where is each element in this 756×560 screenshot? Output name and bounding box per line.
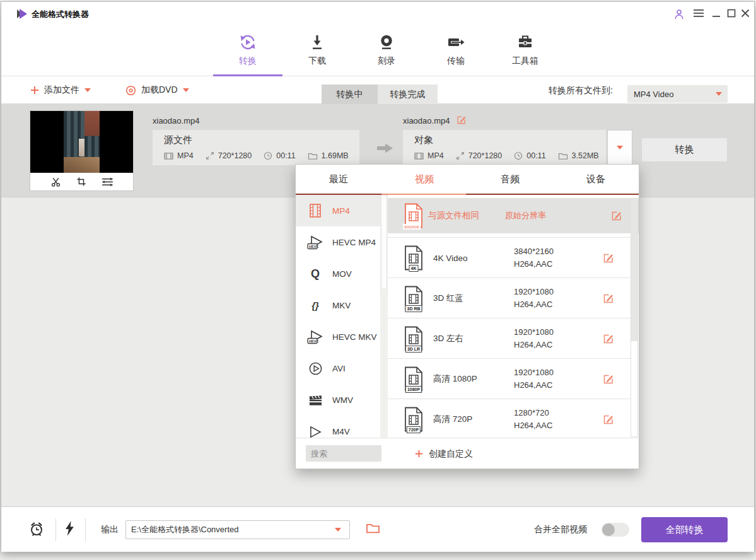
chevron-down-icon (183, 88, 189, 92)
source-panel: 源文件 MP4 720*1280 00:11 1.69MB (153, 130, 359, 165)
popup-tab-recent[interactable]: 最近 (296, 165, 381, 194)
tab-convert[interactable]: 转换 (213, 31, 282, 67)
preset-3d-red-blue[interactable]: 3D RB 3D 红蓝 1920*1080H264,AAC (388, 277, 631, 318)
open-folder-icon[interactable] (366, 522, 380, 534)
edit-preset-icon[interactable] (611, 210, 622, 221)
format-item-mkv[interactable]: {} MKV (296, 289, 388, 321)
toolbox-icon (491, 31, 560, 51)
clapperboard-icon (306, 392, 324, 407)
preset-same-as-source[interactable]: source 与源文件相同 原始分辨率 (388, 198, 639, 233)
disc-icon (125, 85, 136, 96)
convert-all-to-label: 转换所有文件到: (549, 85, 613, 96)
tab-transfer[interactable]: 传输 (421, 31, 491, 67)
plus-icon (30, 86, 39, 95)
menu-icon[interactable] (694, 9, 704, 18)
chevron-down-icon (335, 528, 341, 532)
video-doc-icon: 1080P (403, 366, 424, 392)
maximize-icon[interactable] (727, 9, 736, 18)
clock-icon (264, 151, 272, 160)
popup-footer: 创建自定义 (296, 438, 639, 469)
preset-3d-left-right[interactable]: 3D LR 3D 左右 1920*1080H264,AAC (388, 318, 631, 358)
tab-download[interactable]: 下载 (282, 31, 352, 67)
tab-converting[interactable]: 转换中 (322, 85, 378, 104)
filmstrip-icon (306, 203, 324, 218)
format-item-mp4[interactable]: MP4 (296, 195, 388, 226)
format-item-wmv[interactable]: WMV (296, 384, 388, 416)
app-title: 全能格式转换器 (32, 9, 89, 20)
arrow-right-icon (377, 143, 393, 154)
target-panel: 对象 MP4 720*1280 00:11 3.52MB (403, 130, 606, 165)
popup-tab-device[interactable]: 设备 (553, 165, 639, 194)
high-speed-icon[interactable] (65, 521, 74, 536)
film-icon (414, 152, 424, 160)
video-doc-icon: 3D RB (403, 286, 424, 311)
format-item-hevc-mp4[interactable]: HEVC MP4 (296, 226, 388, 258)
thumbnail-image (30, 111, 133, 173)
video-thumbnail (30, 110, 134, 191)
output-label: 输出 (101, 524, 119, 535)
chevron-down-icon (716, 92, 722, 96)
effects-sliders-icon[interactable] (102, 177, 113, 187)
source-doc-icon: source (403, 203, 424, 228)
edit-preset-icon[interactable] (603, 414, 614, 425)
download-icon (282, 31, 352, 51)
circle-play-icon (306, 361, 324, 376)
minimize-icon[interactable] (712, 9, 721, 18)
bottom-bar: 输出 合并全部视频 全部转换 (1, 506, 754, 552)
preset-hd-720p[interactable]: 720P 高清 720P 1280*720H264,AAC (388, 399, 631, 439)
app-logo-icon (16, 8, 29, 20)
tab-finished[interactable]: 转换完成 (378, 85, 438, 104)
rename-edit-icon[interactable] (457, 115, 467, 125)
preset-hd-1080p[interactable]: 1080P 高清 1080P 1920*1080H264,AAC (388, 358, 631, 399)
target-panel-title: 对象 (414, 134, 433, 146)
output-path-select[interactable] (125, 520, 350, 539)
crop-icon[interactable] (76, 177, 86, 187)
target-resolution: 720*1280 (468, 151, 503, 160)
preset-4k-video[interactable]: 4K 4K Video 3840*2160H264,AAC (388, 237, 631, 277)
popup-tab-audio[interactable]: 音频 (467, 165, 553, 194)
convert-all-format-select[interactable]: MP4 Video (627, 85, 728, 103)
convert-button[interactable]: 转换 (641, 137, 728, 162)
popup-tab-video[interactable]: 视频 (381, 165, 467, 194)
convert-all-button[interactable]: 全部转换 (641, 517, 728, 542)
format-item-hevc-mkv[interactable]: HEVC MKV (296, 321, 388, 353)
app-window: 全能格式转换器 转换 下载 刻录 传输 (1, 1, 755, 551)
trim-scissors-icon[interactable] (50, 177, 61, 187)
format-item-m4v[interactable]: M4V (296, 416, 388, 438)
target-size: 3.52MB (572, 151, 599, 160)
schedule-alarm-icon[interactable] (29, 521, 44, 537)
target-filename: xiaodao.mp4 (403, 116, 450, 125)
folder-icon (308, 152, 318, 160)
format-item-mov[interactable]: Q MOV (296, 258, 388, 289)
resolution-icon (206, 151, 214, 160)
edit-preset-icon[interactable] (603, 293, 614, 304)
add-files-button[interactable]: 添加文件 (30, 76, 91, 104)
tab-toolbox[interactable]: 工具箱 (491, 31, 560, 67)
edit-preset-icon[interactable] (603, 333, 614, 344)
hevc-play-icon (306, 329, 324, 344)
target-format-dropdown[interactable] (607, 130, 632, 165)
format-item-avi[interactable]: AVI (296, 353, 388, 384)
account-icon[interactable] (673, 9, 685, 20)
chevron-down-icon (617, 146, 623, 149)
toolbar: 添加文件 加载DVD 转换中 转换完成 转换所有文件到: MP4 Video (1, 76, 754, 104)
video-doc-icon: 720P (403, 407, 424, 432)
title-bar: 全能格式转换器 (1, 2, 754, 23)
create-custom-button[interactable]: 创建自定义 (415, 438, 473, 469)
edit-preset-icon[interactable] (603, 373, 614, 385)
plus-icon (415, 450, 423, 458)
preset-list-scrollbar[interactable] (631, 198, 638, 437)
main-nav: 转换 下载 刻录 传输 工具箱 (1, 23, 754, 76)
format-list: MP4 HEVC MP4 Q MOV {} MKV HEVC MKV AVI (296, 195, 388, 438)
search-input[interactable] (306, 445, 381, 462)
thumbnail-toolbar (30, 173, 133, 190)
tab-burn[interactable]: 刻录 (352, 31, 421, 67)
close-icon[interactable] (741, 9, 750, 18)
load-dvd-button[interactable]: 加载DVD (125, 76, 189, 104)
transfer-icon (421, 31, 491, 51)
merge-videos-toggle[interactable] (602, 523, 629, 537)
edit-preset-icon[interactable] (603, 252, 614, 264)
source-duration: 00:11 (276, 151, 295, 160)
triangle-icon (306, 424, 324, 438)
format-list-scrollbar[interactable] (380, 195, 388, 438)
